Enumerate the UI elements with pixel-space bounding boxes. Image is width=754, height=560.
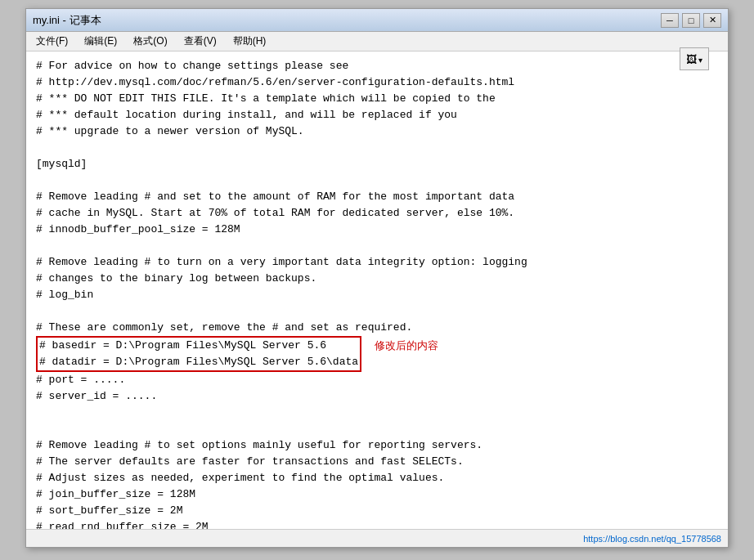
line-9: # Remove leading # and set to the amount…	[36, 189, 718, 205]
line-23	[36, 421, 718, 437]
line-17: # These are commonly set, remove the # a…	[36, 320, 718, 336]
menu-edit[interactable]: 编辑(E)	[81, 34, 120, 49]
menu-view[interactable]: 查看(V)	[181, 34, 220, 49]
line-18: # basedir = D:\Program Files\MySQL Serve…	[39, 338, 358, 354]
line-15: # log_bin	[36, 287, 718, 303]
notepad-window: my.ini - 记事本 ─ □ ✕ 文件(F) 编辑(E) 格式(O) 查看(…	[25, 8, 729, 548]
close-button[interactable]: ✕	[703, 13, 721, 28]
status-link: https://blog.csdn.net/qq_15778568	[583, 534, 721, 544]
image-icon-button[interactable]: 🖼 ▾	[680, 47, 709, 70]
highlighted-block: # basedir = D:\Program Files\MySQL Serve…	[36, 336, 718, 372]
window-controls: ─ □ ✕	[661, 13, 721, 28]
line-10: # cache in MySQL. Start at 70% of total …	[36, 205, 718, 222]
line-3: # *** DO NOT EDIT THIS FILE. It's a temp…	[36, 91, 718, 107]
line-2: # http://dev.mysql.com/doc/refman/5.6/en…	[36, 74, 718, 91]
line-6	[36, 140, 718, 156]
line-19: # datadir = D:\Program Files\MySQL Serve…	[39, 354, 358, 370]
title-bar: my.ini - 记事本 ─ □ ✕	[26, 9, 728, 32]
line-25: # The server defaults are faster for tra…	[36, 454, 718, 470]
line-26: # Adjust sizes as needed, experiment to …	[36, 470, 718, 486]
line-1: # For advice on how to change settings p…	[36, 58, 718, 74]
line-21: # server_id = .....	[36, 388, 718, 405]
line-13: # Remove leading # to turn on a very imp…	[36, 254, 718, 271]
line-28: # sort_buffer_size = 2M	[36, 503, 718, 519]
line-24: # Remove leading # to set options mainly…	[36, 437, 718, 454]
line-16	[36, 303, 718, 320]
line-8	[36, 172, 718, 189]
status-bar: https://blog.csdn.net/qq_15778568	[26, 529, 728, 547]
line-14: # changes to the binary log between back…	[36, 271, 718, 287]
line-20: # port = .....	[36, 372, 718, 388]
menu-format[interactable]: 格式(O)	[130, 34, 170, 49]
annotation-text: 修改后的内容	[375, 338, 438, 354]
maximize-button[interactable]: □	[682, 13, 700, 28]
line-12	[36, 238, 718, 254]
minimize-button[interactable]: ─	[661, 13, 679, 28]
line-11: # innodb_buffer_pool_size = 128M	[36, 222, 718, 238]
line-22	[36, 405, 718, 421]
menu-help[interactable]: 帮助(H)	[230, 34, 270, 49]
line-5: # *** upgrade to a newer version of MySQ…	[36, 123, 718, 140]
menu-file[interactable]: 文件(F)	[33, 34, 71, 49]
text-content[interactable]: # For advice on how to change settings p…	[26, 52, 728, 529]
line-29: # read_rnd_buffer_size = 2M	[36, 519, 718, 529]
window-title: my.ini - 记事本	[33, 13, 101, 28]
line-27: # join_buffer_size = 128M	[36, 486, 718, 503]
line-4: # *** default location during install, a…	[36, 107, 718, 123]
line-7: [mysqld]	[36, 156, 718, 172]
menu-bar: 文件(F) 编辑(E) 格式(O) 查看(V) 帮助(H)	[26, 32, 728, 52]
